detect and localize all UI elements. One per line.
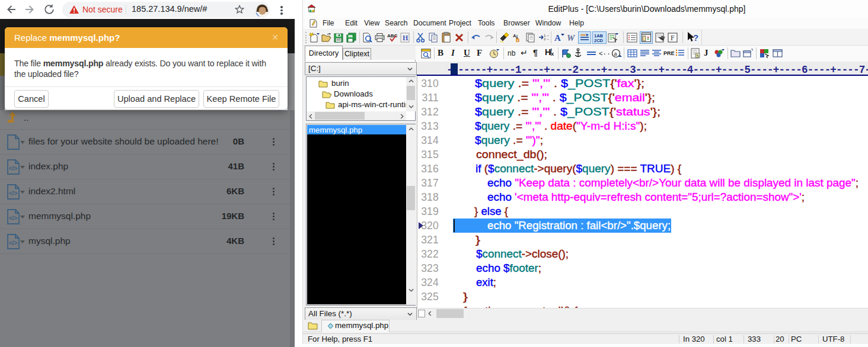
svg-text:<··: <·· (599, 50, 609, 57)
svg-text:</>: </> (9, 190, 18, 197)
svg-text:F: F (671, 34, 675, 42)
svg-text:</>: </> (9, 215, 18, 221)
svg-text:✎: ✎ (696, 54, 699, 57)
svg-text:2CD: 2CD (594, 38, 604, 43)
svg-text:?: ? (693, 33, 698, 43)
svg-text:W: W (567, 33, 576, 43)
svg-text:a: a (614, 51, 617, 57)
svg-text:</>: </> (9, 240, 18, 246)
svg-text:2 —: 2 — (544, 37, 549, 41)
svg-text:H: H (403, 34, 409, 42)
svg-text:</>: </> (9, 165, 18, 172)
svg-text:A: A (554, 33, 561, 43)
svg-text:B: B (516, 37, 520, 43)
